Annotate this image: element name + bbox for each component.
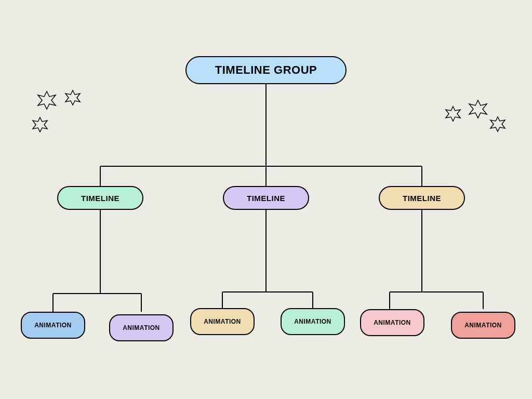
- decorative-stars-left: [29, 87, 91, 139]
- animation-node-4: ANIMATION: [281, 308, 345, 335]
- animation-node-5: ANIMATION: [360, 309, 424, 336]
- animation-label: ANIMATION: [294, 318, 331, 325]
- timeline-node-3: TIMELINE: [379, 186, 465, 210]
- animation-label: ANIMATION: [123, 324, 160, 331]
- timeline-label: TIMELINE: [403, 194, 441, 203]
- animation-label: ANIMATION: [34, 322, 72, 329]
- timeline-node-1: TIMELINE: [57, 186, 143, 210]
- animation-node-1: ANIMATION: [21, 312, 85, 339]
- animation-node-3: ANIMATION: [190, 308, 255, 335]
- timeline-label: TIMELINE: [81, 194, 119, 203]
- animation-label: ANIMATION: [374, 319, 411, 326]
- animation-label: ANIMATION: [464, 322, 502, 329]
- animation-label: ANIMATION: [204, 318, 241, 325]
- root-label: TIMELINE GROUP: [215, 63, 317, 77]
- root-node: TIMELINE GROUP: [185, 56, 347, 84]
- animation-node-2: ANIMATION: [109, 314, 174, 341]
- timeline-label: TIMELINE: [247, 194, 285, 203]
- decorative-stars-right: [442, 96, 514, 148]
- timeline-node-2: TIMELINE: [223, 186, 309, 210]
- animation-node-6: ANIMATION: [451, 312, 515, 339]
